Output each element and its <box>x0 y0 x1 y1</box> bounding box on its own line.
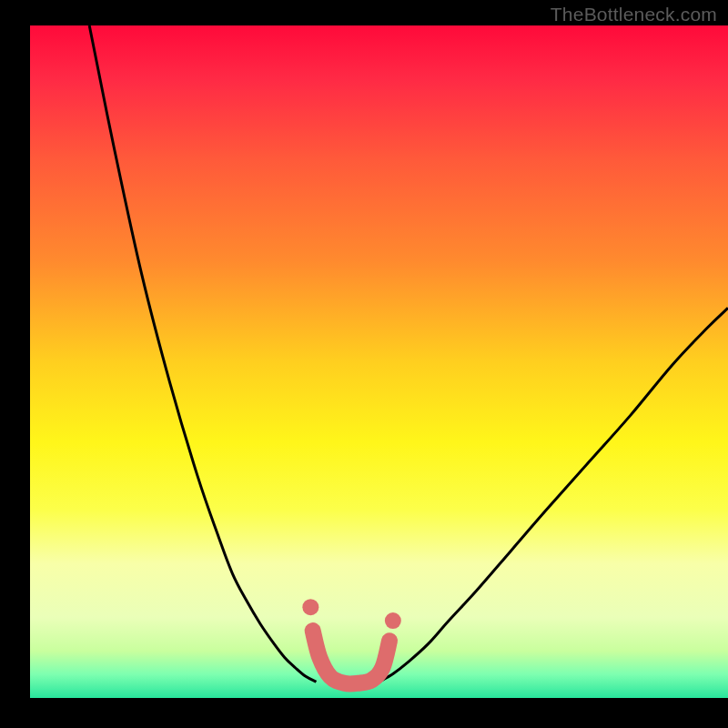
watermark-label: TheBottleneck.com <box>551 4 717 25</box>
bottleneck-chart <box>0 0 728 728</box>
right-dot-upper <box>385 612 401 629</box>
left-dot-upper <box>302 599 318 615</box>
chart-stage: TheBottleneck.com <box>0 0 728 728</box>
plot-background <box>30 25 728 698</box>
